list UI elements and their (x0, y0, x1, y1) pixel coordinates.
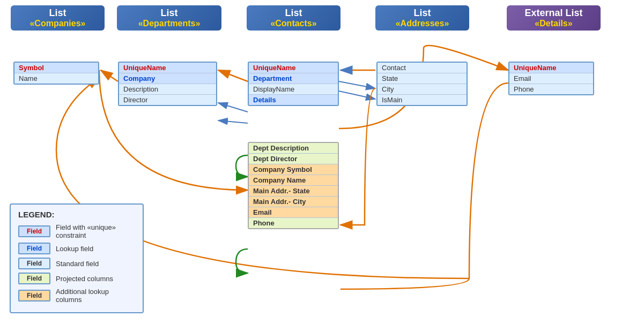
svg-line-10 (339, 81, 375, 88)
field-companies-name: Name (14, 73, 98, 84)
svg-line-11 (339, 91, 375, 99)
field-departments-description: Description (119, 84, 216, 95)
legend-desc-standard: Standard field (56, 260, 99, 268)
legend-row-lookup: Field Lookup field (18, 243, 135, 254)
svg-line-8 (218, 120, 248, 123)
svg-line-5 (101, 70, 118, 81)
legend-field-unique: Field (18, 225, 50, 237)
field-departments-director: Director (119, 95, 216, 105)
entity-departments: UniqueName Company Description Director (118, 62, 217, 106)
entity-externallist: UniqueName Email Phone (508, 62, 594, 95)
field-proj-mainstate: Main Addr.- State (249, 186, 338, 197)
header-contacts-name: «Contacts» (251, 19, 336, 28)
legend-field-projected: Field (18, 273, 50, 284)
header-externallist: External List «Details» (507, 5, 601, 31)
field-companies-symbol: Symbol (14, 63, 98, 73)
entity-projected: Dept Description Dept Director Company S… (248, 142, 339, 229)
legend-field-standard: Field (18, 258, 50, 269)
entity-contacts: UniqueName Department DisplayName Detail… (248, 62, 339, 106)
entity-addresses: Contact State City IsMain (376, 62, 468, 106)
header-externallist-type: External List (511, 7, 596, 19)
legend-title: LEGEND: (18, 210, 135, 219)
field-proj-deptdirector: Dept Director (249, 154, 338, 164)
field-external-phone: Phone (509, 84, 593, 94)
field-proj-maincity: Main Addr.- City (249, 197, 338, 207)
header-companies-type: List (15, 7, 100, 19)
header-addresses-name: «Addresses» (380, 19, 465, 28)
legend-box: LEGEND: Field Field with «unique» constr… (10, 203, 144, 313)
legend-row-standard: Field Standard field (18, 258, 135, 269)
diagram-container: List «Companies» List «Departments» List… (0, 0, 644, 332)
legend-field-lookup: Field (18, 243, 50, 254)
legend-row-unique: Field Field with «unique» constraint (18, 223, 135, 239)
field-contacts-uniquename: UniqueName (249, 63, 338, 73)
header-addresses: List «Addresses» (375, 5, 469, 31)
legend-desc-lookup: Lookup field (56, 245, 93, 253)
legend-desc-addlookup: Additional lookup columns (56, 288, 135, 304)
field-departments-uniquename: UniqueName (119, 63, 216, 73)
header-contacts-type: List (251, 7, 336, 19)
header-departments-type: List (121, 7, 217, 19)
field-proj-companyname: Company Name (249, 175, 338, 186)
entity-companies: Symbol Name (13, 62, 99, 85)
field-addresses-ismain: IsMain (377, 95, 467, 105)
header-contacts: List «Contacts» (247, 5, 340, 31)
svg-line-7 (218, 103, 248, 112)
field-contacts-details: Details (249, 95, 338, 105)
field-departments-company: Company (119, 73, 216, 84)
legend-row-projected: Field Projected columns (18, 273, 135, 284)
header-companies-name: «Companies» (15, 19, 100, 28)
field-addresses-contact: Contact (377, 63, 467, 73)
header-departments-name: «Departments» (121, 19, 217, 28)
field-proj-phone: Phone (249, 218, 338, 228)
svg-line-6 (218, 70, 248, 81)
field-external-email: Email (509, 73, 593, 84)
legend-row-addlookup: Field Additional lookup columns (18, 288, 135, 304)
field-proj-deptdescription: Dept Description (249, 143, 338, 154)
field-proj-companysymbol: Company Symbol (249, 164, 338, 175)
field-addresses-state: State (377, 73, 467, 84)
field-addresses-city: City (377, 84, 467, 95)
field-contacts-displayname: DisplayName (249, 84, 338, 95)
field-contacts-department: Department (249, 73, 338, 84)
header-addresses-type: List (380, 7, 465, 19)
legend-field-addlookup: Field (18, 290, 50, 301)
legend-desc-unique: Field with «unique» constraint (56, 223, 135, 239)
header-companies: List «Companies» (11, 5, 105, 31)
field-proj-email: Email (249, 207, 338, 218)
legend-desc-projected: Projected columns (56, 275, 113, 283)
header-departments: List «Departments» (117, 5, 221, 31)
header-externallist-name: «Details» (511, 19, 596, 28)
field-external-uniquename: UniqueName (509, 63, 593, 73)
